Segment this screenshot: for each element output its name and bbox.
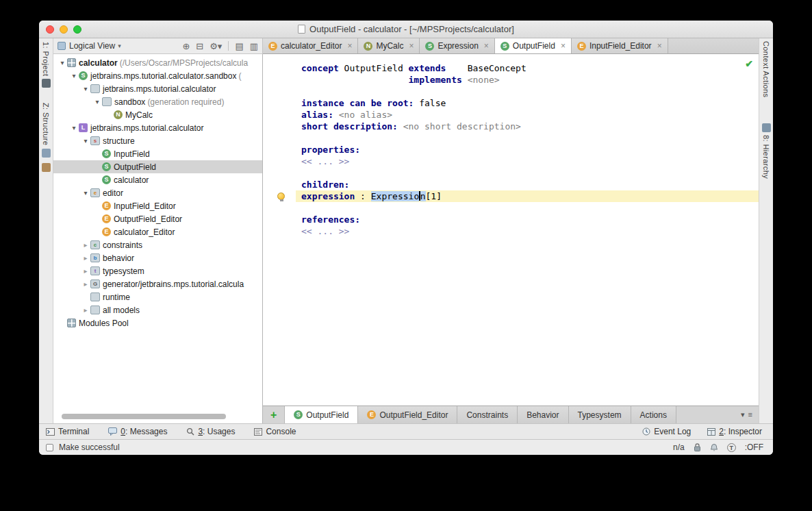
view-selector[interactable]: Logical View [69,41,115,51]
aspect-tab-label: Constraints [466,410,508,420]
tab-list-dropdown-icon[interactable]: ▾ ≡ [741,410,759,419]
editor-line-7[interactable] [296,132,759,144]
tree-item-jetbrains-mps-tutorial-calculator[interactable]: ▾Ljetbrains.mps.tutorial.calculator [53,121,262,134]
editor-line-11[interactable]: children: [296,179,759,190]
tool-button-structure[interactable]: Z: Structure [42,103,51,157]
tree-item-calculator[interactable]: Scalculator [53,173,262,186]
tree-item-structure[interactable]: ▾sstructure [53,134,262,147]
hide-panel-icon[interactable]: ▤ [235,42,243,51]
tree-item-all-models[interactable]: ▸all models [53,303,262,316]
editor-tab-expression[interactable]: SExpression× [420,38,494,53]
tree-item-runtime[interactable]: runtime [53,290,262,303]
collapsed-arrow-icon[interactable]: ▸ [81,303,90,316]
expanded-arrow-icon[interactable]: ▾ [81,134,90,147]
code-segment: << ... >> [301,156,349,166]
editor-line-4[interactable]: instance can be root: false [296,97,759,109]
editor-tab-mycalc[interactable]: NMyCalc× [358,38,420,53]
expanded-arrow-icon[interactable]: ▾ [58,56,67,69]
editor-line-8[interactable]: properties: [296,144,759,155]
expanded-arrow-icon[interactable]: ▾ [92,95,102,108]
settings-icon[interactable]: ⚙▾ [210,42,222,51]
tree-item-typesystem[interactable]: ▸ttypesystem [53,264,262,277]
typesystem-toggle-icon[interactable]: T [727,443,736,452]
tree-item-jetbrains-mps-tutorial-calculator-sandbox[interactable]: ▾Sjetbrains.mps.tutorial.calculator.sand… [53,69,262,82]
tool-stripe-extra-icon[interactable] [42,163,51,172]
collapsed-arrow-icon[interactable]: ▸ [81,264,90,277]
toolwindow-button-3-usages[interactable]: 3: Usages [186,427,235,436]
editor-line-5[interactable]: alias: <no alias> [296,109,759,121]
tree-item-outputfield-editor[interactable]: EOutputField_Editor [53,212,262,225]
project-tree-panel: ▾calculator (/Users/Oscar/MPSProjects/ca… [53,54,263,423]
tool-button-hierarchy[interactable]: 8: Hierarchy [762,123,771,179]
status-window-icon[interactable] [46,444,53,451]
project-icon [67,58,76,67]
editor-tab-calculator-editor[interactable]: Ecalculator_Editor× [263,38,358,53]
aspect-tab-typesystem[interactable]: Typesystem [569,406,631,423]
collapse-all-icon[interactable]: ⊟ [196,42,203,51]
editor-line-13[interactable] [296,202,759,214]
editor-line-10[interactable] [296,167,759,179]
editor-line-14[interactable]: references: [296,214,759,225]
tree-item-inputfield[interactable]: SInputField [53,147,262,160]
intention-bulb-icon[interactable] [277,192,285,200]
tool-button-project[interactable]: 1: Project [42,42,51,88]
tree-item-constraints[interactable]: ▸cconstraints [53,238,262,251]
aspect-tab-constraints[interactable]: Constraints [457,406,518,423]
editor-tab-outputfield[interactable]: SOutputField× [495,38,572,53]
toolwindow-button-terminal[interactable]: Terminal [46,427,89,436]
panel-layout-icon[interactable]: ▥ [250,42,258,51]
toolwindow-button-console[interactable]: Console [254,427,296,436]
tree-item-jetbrains-mps-tutorial-calculator[interactable]: ▾jetbrains.mps.tutorial.calculator [53,82,262,95]
expanded-arrow-icon[interactable]: ▾ [81,82,90,95]
expanded-arrow-icon[interactable]: ▾ [69,69,79,82]
editor-line-9[interactable]: << ... >> [296,155,759,167]
close-tab-icon[interactable]: × [484,42,489,50]
aspect-tab-actions[interactable]: Actions [631,406,676,423]
aspect-tab-outputfield[interactable]: SOutputField [284,406,358,423]
tree-item-mycalc[interactable]: NMyCalc [53,108,262,121]
collapsed-arrow-icon[interactable]: ▸ [81,277,90,290]
toolwindow-button-event-log[interactable]: Event Log [642,427,691,436]
tree-item-calculator-editor[interactable]: Ecalculator_Editor [53,225,262,238]
horizontal-scrollbar[interactable] [62,414,226,419]
toolwindow-button-0-messages[interactable]: 0: Messages [108,427,167,436]
notifications-icon[interactable] [710,443,718,452]
editor-tab-inputfield-editor[interactable]: EInputField_Editor× [572,38,668,53]
close-tab-icon[interactable]: × [409,42,414,50]
close-tab-icon[interactable]: × [561,42,566,50]
collapsed-arrow-icon[interactable]: ▸ [81,251,90,264]
project-icon [67,319,76,327]
zoom-window-button[interactable] [73,25,81,34]
lock-icon[interactable] [694,443,701,452]
editor-content[interactable]: ✔ concept OutputField extends BaseConcep… [263,54,759,406]
editor-line-6[interactable]: short description: <no short description… [296,121,759,132]
close-tab-icon[interactable]: × [657,42,662,50]
aspect-tab-behavior[interactable]: Behavior [518,406,568,423]
add-aspect-button[interactable]: + [263,410,284,421]
tool-button-context-actions[interactable]: Context Actions [762,41,770,97]
tree-item-outputfield[interactable]: SOutputField [53,160,262,173]
scroll-to-source-icon[interactable]: ⊕ [182,42,190,51]
tree-item-editor[interactable]: ▾eeditor [53,186,262,199]
tool-button-project-label: 1: Project [42,42,50,76]
close-tab-icon[interactable]: × [347,42,352,50]
collapsed-arrow-icon[interactable]: ▸ [81,238,90,251]
tree-item-generator-jetbrains-mps-tutorial-calcula[interactable]: ▸Ggenerator/jetbrains.mps.tutorial.calcu… [53,277,262,290]
expanded-arrow-icon[interactable]: ▾ [69,121,79,134]
window-body: 1: Project Z: Structure Logical View ▾ ⊕… [39,38,773,423]
minimize-window-button[interactable] [60,25,68,34]
tree-item-calculator[interactable]: ▾calculator (/Users/Oscar/MPSProjects/ca… [53,56,262,69]
tree-item-inputfield-editor[interactable]: EInputField_Editor [53,199,262,212]
editor-line-2[interactable]: implements <none> [296,74,759,86]
editor-line-12[interactable]: expression : Expression[1] [296,190,759,202]
editor-line-3[interactable] [296,86,759,97]
tree-item-sandbox[interactable]: ▾sandbox (generation required) [53,95,262,108]
expanded-arrow-icon[interactable]: ▾ [81,186,90,199]
close-window-button[interactable] [46,25,54,34]
toolwindow-button-2-inspector[interactable]: 2: Inspector [707,427,762,436]
tree-item-behavior[interactable]: ▸bbehavior [53,251,262,264]
editor-line-15[interactable]: << ... >> [296,225,759,237]
tree-item-modules-pool[interactable]: Modules Pool [53,316,262,329]
editor-line-1[interactable]: concept OutputField extends BaseConcept [296,62,759,74]
aspect-tab-outputfield-editor[interactable]: EOutputField_Editor [358,406,457,423]
